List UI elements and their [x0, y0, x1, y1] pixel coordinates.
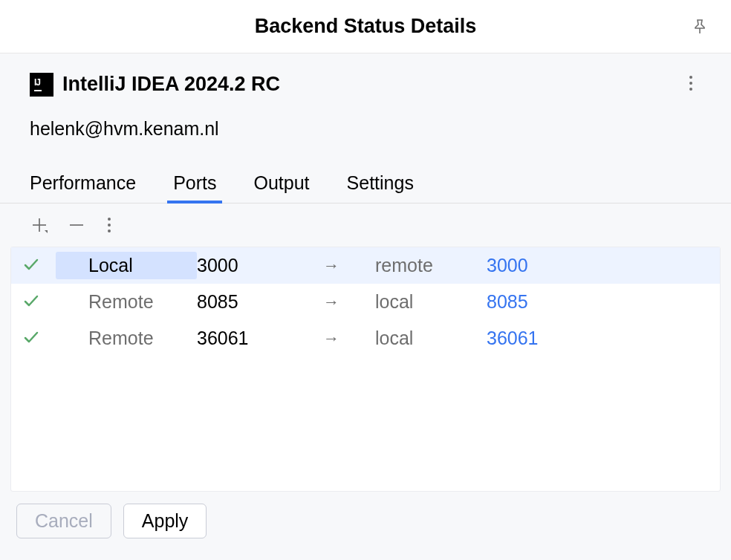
- app-name: IntelliJ IDEA 2024.2 RC: [62, 73, 280, 96]
- status-cell: [19, 328, 56, 349]
- tab-output[interactable]: Output: [253, 172, 309, 203]
- port-type: Remote: [56, 288, 197, 316]
- arrow-icon: →: [323, 293, 375, 312]
- port-row[interactable]: Remote 36061 → local 36061: [11, 320, 720, 356]
- status-cell: [19, 291, 56, 313]
- tab-settings[interactable]: Settings: [347, 172, 414, 203]
- port-number: 36061: [197, 328, 323, 349]
- more-options-button[interactable]: [680, 71, 701, 97]
- port-link[interactable]: 3000: [487, 255, 528, 276]
- svg-point-5: [689, 82, 692, 85]
- add-port-button[interactable]: [30, 215, 49, 235]
- port-type: Local: [56, 252, 197, 279]
- toolbar-more-button[interactable]: [104, 215, 114, 235]
- arrow-icon: →: [323, 329, 375, 348]
- app-row: IJ IntelliJ IDEA 2024.2 RC: [30, 71, 701, 97]
- port-number: 3000: [197, 255, 323, 276]
- apply-button[interactable]: Apply: [123, 504, 207, 538]
- svg-point-10: [108, 218, 111, 221]
- port-target: remote: [375, 255, 487, 276]
- check-icon: [22, 255, 41, 276]
- arrow-icon: →: [323, 256, 375, 276]
- port-type: Remote: [56, 325, 197, 352]
- svg-rect-3: [34, 90, 42, 91]
- port-row[interactable]: Remote 8085 → local 8085: [11, 284, 720, 320]
- svg-point-12: [108, 229, 111, 232]
- tab-ports[interactable]: Ports: [173, 172, 216, 203]
- window-title: Backend Status Details: [255, 15, 477, 38]
- port-target: local: [375, 291, 487, 313]
- port-row[interactable]: Local 3000 → remote 3000: [11, 247, 720, 284]
- pin-icon[interactable]: [691, 18, 709, 36]
- ports-table: Local 3000 → remote 3000 Remote 8085 → l: [10, 247, 721, 492]
- port-target: local: [375, 328, 487, 349]
- footer: Cancel Apply: [0, 492, 731, 550]
- svg-point-11: [108, 224, 111, 227]
- cancel-button: Cancel: [16, 504, 111, 538]
- app-left: IJ IntelliJ IDEA 2024.2 RC: [30, 73, 280, 97]
- titlebar: Backend Status Details: [0, 0, 731, 53]
- window: Backend Status Details IJ I: [0, 0, 731, 560]
- port-number: 8085: [197, 291, 323, 313]
- header-section: IJ IntelliJ IDEA 2024.2 RC helenk@hvm.ke…: [0, 53, 731, 140]
- tabs: Performance Ports Output Settings: [0, 172, 731, 204]
- port-link[interactable]: 36061: [487, 328, 539, 349]
- svg-point-6: [689, 88, 692, 91]
- tab-performance[interactable]: Performance: [30, 172, 136, 203]
- content-area: IJ IntelliJ IDEA 2024.2 RC helenk@hvm.ke…: [0, 53, 731, 560]
- check-icon: [22, 291, 41, 313]
- user-email: helenk@hvm.kenam.nl: [30, 118, 701, 140]
- check-icon: [22, 328, 41, 349]
- status-cell: [19, 255, 56, 276]
- svg-text:IJ: IJ: [34, 77, 40, 88]
- port-link[interactable]: 8085: [487, 291, 528, 313]
- ports-toolbar: [0, 204, 731, 247]
- intellij-icon: IJ: [30, 73, 53, 97]
- svg-point-4: [689, 76, 692, 79]
- remove-port-button[interactable]: [67, 215, 86, 235]
